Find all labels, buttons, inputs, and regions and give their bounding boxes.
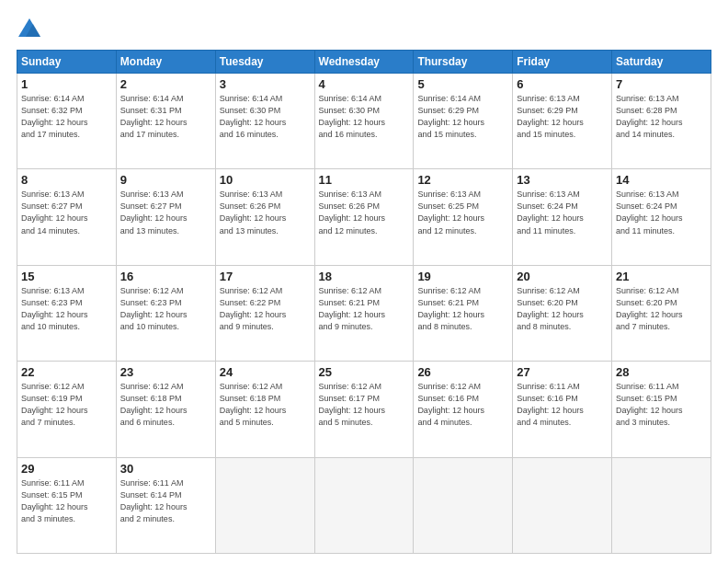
day-number: 18 xyxy=(319,270,410,283)
day-number: 1 xyxy=(21,77,112,91)
day-number: 17 xyxy=(220,270,311,283)
day-info: Sunrise: 6:11 AM Sunset: 6:14 PM Dayligh… xyxy=(120,477,211,525)
calendar-cell-2-0: 15Sunrise: 6:13 AM Sunset: 6:23 PM Dayli… xyxy=(17,265,117,361)
day-info: Sunrise: 6:14 AM Sunset: 6:32 PM Dayligh… xyxy=(21,93,112,141)
day-number: 7 xyxy=(616,77,707,91)
calendar-header-wednesday: Wednesday xyxy=(314,51,414,74)
day-info: Sunrise: 6:14 AM Sunset: 6:31 PM Dayligh… xyxy=(120,93,211,141)
calendar-cell-2-2: 17Sunrise: 6:12 AM Sunset: 6:22 PM Dayli… xyxy=(215,265,314,361)
calendar-table: SundayMondayTuesdayWednesdayThursdayFrid… xyxy=(17,50,711,554)
calendar-header-sunday: Sunday xyxy=(17,51,117,74)
calendar-cell-3-4: 26Sunrise: 6:12 AM Sunset: 6:16 PM Dayli… xyxy=(414,362,513,457)
day-info: Sunrise: 6:13 AM Sunset: 6:24 PM Dayligh… xyxy=(517,189,608,236)
calendar-cell-0-1: 2Sunrise: 6:14 AM Sunset: 6:31 PM Daylig… xyxy=(116,74,215,169)
calendar-week-3: 22Sunrise: 6:12 AM Sunset: 6:19 PM Dayli… xyxy=(17,362,711,457)
calendar-week-4: 29Sunrise: 6:11 AM Sunset: 6:15 PM Dayli… xyxy=(17,457,711,553)
calendar-header-friday: Friday xyxy=(513,51,612,74)
calendar-cell-3-0: 22Sunrise: 6:12 AM Sunset: 6:19 PM Dayli… xyxy=(17,362,117,457)
calendar-week-0: 1Sunrise: 6:14 AM Sunset: 6:32 PM Daylig… xyxy=(17,74,711,169)
day-number: 20 xyxy=(517,270,608,283)
calendar-cell-4-0: 29Sunrise: 6:11 AM Sunset: 6:15 PM Dayli… xyxy=(17,457,117,553)
day-info: Sunrise: 6:12 AM Sunset: 6:16 PM Dayligh… xyxy=(417,381,508,429)
day-info: Sunrise: 6:12 AM Sunset: 6:18 PM Dayligh… xyxy=(220,381,311,429)
calendar-cell-1-3: 11Sunrise: 6:13 AM Sunset: 6:26 PM Dayli… xyxy=(314,169,414,265)
day-info: Sunrise: 6:13 AM Sunset: 6:29 PM Dayligh… xyxy=(517,93,608,141)
day-info: Sunrise: 6:11 AM Sunset: 6:16 PM Dayligh… xyxy=(517,381,608,429)
day-info: Sunrise: 6:13 AM Sunset: 6:23 PM Dayligh… xyxy=(21,285,112,333)
day-number: 12 xyxy=(417,173,508,187)
calendar-cell-3-1: 23Sunrise: 6:12 AM Sunset: 6:18 PM Dayli… xyxy=(116,362,215,457)
day-number: 23 xyxy=(120,365,211,379)
calendar-cell-3-2: 24Sunrise: 6:12 AM Sunset: 6:18 PM Dayli… xyxy=(215,362,314,457)
calendar-cell-1-0: 8Sunrise: 6:13 AM Sunset: 6:27 PM Daylig… xyxy=(17,169,117,265)
calendar-cell-4-6 xyxy=(612,457,711,553)
calendar-header-thursday: Thursday xyxy=(414,51,513,74)
day-info: Sunrise: 6:13 AM Sunset: 6:24 PM Dayligh… xyxy=(616,189,707,236)
calendar-cell-3-6: 28Sunrise: 6:11 AM Sunset: 6:15 PM Dayli… xyxy=(612,362,711,457)
day-number: 16 xyxy=(120,270,211,283)
day-info: Sunrise: 6:12 AM Sunset: 6:21 PM Dayligh… xyxy=(319,285,410,333)
day-number: 28 xyxy=(616,365,707,379)
logo xyxy=(17,17,46,42)
page: SundayMondayTuesdayWednesdayThursdayFrid… xyxy=(0,0,728,563)
day-number: 2 xyxy=(120,77,211,91)
day-info: Sunrise: 6:14 AM Sunset: 6:30 PM Dayligh… xyxy=(319,93,410,141)
calendar-cell-1-5: 13Sunrise: 6:13 AM Sunset: 6:24 PM Dayli… xyxy=(513,169,612,265)
calendar-cell-1-2: 10Sunrise: 6:13 AM Sunset: 6:26 PM Dayli… xyxy=(215,169,314,265)
day-number: 11 xyxy=(319,173,410,187)
calendar-cell-2-5: 20Sunrise: 6:12 AM Sunset: 6:20 PM Dayli… xyxy=(513,265,612,361)
day-number: 19 xyxy=(417,270,508,283)
day-info: Sunrise: 6:13 AM Sunset: 6:26 PM Dayligh… xyxy=(220,189,311,236)
day-info: Sunrise: 6:12 AM Sunset: 6:18 PM Dayligh… xyxy=(120,381,211,429)
calendar-cell-4-2 xyxy=(215,457,314,553)
calendar-cell-3-3: 25Sunrise: 6:12 AM Sunset: 6:17 PM Dayli… xyxy=(314,362,414,457)
calendar-cell-0-6: 7Sunrise: 6:13 AM Sunset: 6:28 PM Daylig… xyxy=(612,74,711,169)
day-number: 13 xyxy=(517,173,608,187)
day-number: 3 xyxy=(220,77,311,91)
day-info: Sunrise: 6:14 AM Sunset: 6:29 PM Dayligh… xyxy=(417,93,508,141)
day-number: 22 xyxy=(21,365,112,379)
day-number: 29 xyxy=(21,462,112,476)
day-info: Sunrise: 6:12 AM Sunset: 6:23 PM Dayligh… xyxy=(120,285,211,333)
calendar-cell-0-3: 4Sunrise: 6:14 AM Sunset: 6:30 PM Daylig… xyxy=(314,74,414,169)
calendar-cell-2-1: 16Sunrise: 6:12 AM Sunset: 6:23 PM Dayli… xyxy=(116,265,215,361)
calendar-week-2: 15Sunrise: 6:13 AM Sunset: 6:23 PM Dayli… xyxy=(17,265,711,361)
day-info: Sunrise: 6:12 AM Sunset: 6:17 PM Dayligh… xyxy=(319,381,410,429)
day-number: 5 xyxy=(417,77,508,91)
calendar-cell-4-5 xyxy=(513,457,612,553)
calendar-cell-4-3 xyxy=(314,457,414,553)
calendar-header-tuesday: Tuesday xyxy=(215,51,314,74)
calendar-cell-2-3: 18Sunrise: 6:12 AM Sunset: 6:21 PM Dayli… xyxy=(314,265,414,361)
calendar-cell-1-6: 14Sunrise: 6:13 AM Sunset: 6:24 PM Dayli… xyxy=(612,169,711,265)
calendar-week-1: 8Sunrise: 6:13 AM Sunset: 6:27 PM Daylig… xyxy=(17,169,711,265)
calendar-cell-4-1: 30Sunrise: 6:11 AM Sunset: 6:14 PM Dayli… xyxy=(116,457,215,553)
header xyxy=(17,17,711,42)
day-info: Sunrise: 6:12 AM Sunset: 6:21 PM Dayligh… xyxy=(417,285,508,333)
day-number: 24 xyxy=(220,365,311,379)
day-number: 9 xyxy=(120,173,211,187)
day-number: 21 xyxy=(616,270,707,283)
day-info: Sunrise: 6:13 AM Sunset: 6:25 PM Dayligh… xyxy=(417,189,508,236)
day-info: Sunrise: 6:13 AM Sunset: 6:27 PM Dayligh… xyxy=(120,189,211,236)
day-number: 30 xyxy=(120,462,211,476)
day-number: 15 xyxy=(21,270,112,283)
logo-icon xyxy=(17,17,42,42)
calendar-cell-0-0: 1Sunrise: 6:14 AM Sunset: 6:32 PM Daylig… xyxy=(17,74,117,169)
day-info: Sunrise: 6:12 AM Sunset: 6:20 PM Dayligh… xyxy=(616,285,707,333)
day-info: Sunrise: 6:11 AM Sunset: 6:15 PM Dayligh… xyxy=(21,477,112,525)
day-number: 27 xyxy=(517,365,608,379)
calendar-cell-2-4: 19Sunrise: 6:12 AM Sunset: 6:21 PM Dayli… xyxy=(414,265,513,361)
calendar-header-saturday: Saturday xyxy=(612,51,711,74)
calendar-cell-0-4: 5Sunrise: 6:14 AM Sunset: 6:29 PM Daylig… xyxy=(414,74,513,169)
day-number: 14 xyxy=(616,173,707,187)
calendar-cell-1-1: 9Sunrise: 6:13 AM Sunset: 6:27 PM Daylig… xyxy=(116,169,215,265)
day-number: 4 xyxy=(319,77,410,91)
day-number: 6 xyxy=(517,77,608,91)
day-info: Sunrise: 6:12 AM Sunset: 6:20 PM Dayligh… xyxy=(517,285,608,333)
calendar-header-row: SundayMondayTuesdayWednesdayThursdayFrid… xyxy=(17,51,711,74)
day-number: 26 xyxy=(417,365,508,379)
calendar-cell-0-2: 3Sunrise: 6:14 AM Sunset: 6:30 PM Daylig… xyxy=(215,74,314,169)
day-number: 25 xyxy=(319,365,410,379)
day-info: Sunrise: 6:13 AM Sunset: 6:27 PM Dayligh… xyxy=(21,189,112,236)
day-number: 8 xyxy=(21,173,112,187)
